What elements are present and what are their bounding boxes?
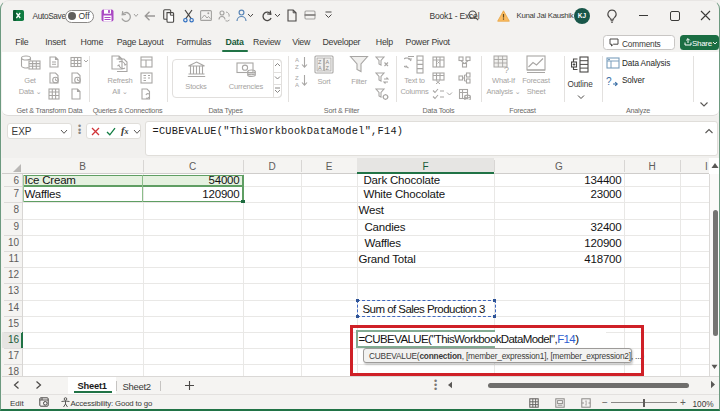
svg-text:A: A	[318, 65, 322, 71]
svg-text:A: A	[326, 59, 330, 65]
svg-text:?: ?	[606, 76, 612, 87]
svg-text:A: A	[295, 82, 299, 88]
svg-text:A: A	[295, 57, 299, 63]
svg-text:?: ?	[504, 65, 509, 75]
svg-text:Z: Z	[295, 64, 299, 70]
svg-text:Z: Z	[295, 75, 299, 81]
